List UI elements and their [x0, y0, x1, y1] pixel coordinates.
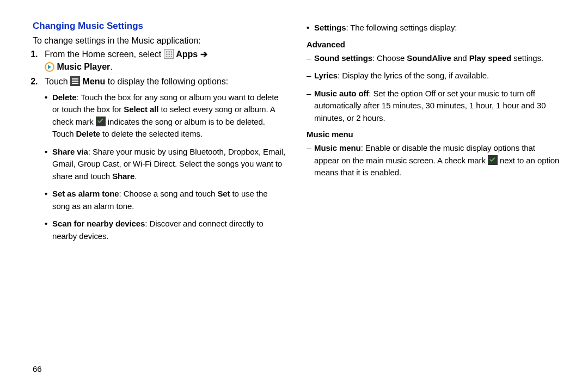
settings-bullet: Settings: The following settings display… [307, 22, 561, 34]
music-menu-heading: Music menu [307, 130, 561, 139]
delete-t4: to delete the selected items. [100, 129, 203, 138]
advanced-heading: Advanced [307, 40, 561, 49]
apps-icon [164, 49, 174, 59]
scan-label: Scan for nearby devices [52, 219, 145, 228]
settings-line: Settings: The following settings display… [307, 22, 561, 34]
apps-label: Apps [176, 50, 200, 59]
lyrics-t1: : Display the lyrics of the song, if ava… [338, 71, 489, 80]
option-delete: Delete: Touch the box for any song or al… [45, 91, 287, 140]
share-via-label: Share via [52, 147, 88, 156]
music-auto-off-label: Music auto off [314, 89, 369, 98]
sound-t2: and [451, 53, 469, 63]
step-2: Touch Menu to display the following opti… [40, 75, 287, 242]
music-menu-list: Music menu: Enable or disable the music … [307, 142, 561, 179]
step1-pre: From the Home screen, select [45, 50, 164, 59]
share-t2: . [134, 171, 137, 181]
lyrics-label: Lyrics [314, 71, 338, 80]
advanced-list: Sound settings: Choose SoundAlive and Pl… [307, 52, 561, 125]
delete-label: Delete [52, 93, 76, 102]
page: Changing Music Settings To change settin… [0, 0, 588, 392]
step2-pre: Touch [45, 77, 70, 86]
section-title: Changing Music Settings [33, 21, 287, 32]
settings-text: : The following settings display: [346, 23, 457, 32]
select-all-label: Select all [124, 105, 158, 114]
lyrics-item: Lyrics: Display the lyrics of the song, … [307, 70, 561, 82]
delete-action-label: Delete [76, 129, 100, 138]
settings-label: Settings [314, 23, 346, 32]
step-1: From the Home screen, select Apps ➔ Musi… [40, 48, 287, 73]
music-player-label: Music Player [57, 62, 110, 71]
music-auto-off-item: Music auto off: Set the option Off or se… [307, 88, 561, 125]
option-set-as-alarm-tone: Set as alarm tone: Choose a song and tou… [45, 188, 287, 212]
play-speed-label: Play speed [469, 53, 511, 63]
alarm-label: Set as alarm tone [52, 189, 119, 198]
alarm-t1: : Choose a song and touch [119, 189, 218, 198]
option-scan-nearby: Scan for nearby devices: Discover and co… [45, 218, 287, 242]
soundalive-label: SoundAlive [407, 53, 451, 63]
set-action-label: Set [217, 189, 230, 198]
arrow-icon: ➔ [200, 50, 207, 59]
music-menu-item: Music menu: Enable or disable the music … [307, 142, 561, 179]
share-action-label: Share [112, 171, 134, 181]
intro-text: To change settings in the Music applicat… [33, 36, 287, 46]
checkmark-icon [96, 117, 106, 126]
menu-label: Menu [83, 77, 106, 86]
step2-post: to display the following options: [108, 77, 228, 86]
music-player-icon [45, 62, 54, 72]
sound-settings-label: Sound settings [314, 53, 372, 63]
menu-icon [70, 76, 80, 86]
sound-t3: settings. [511, 53, 543, 63]
options-list: Delete: Touch the box for any song or al… [45, 91, 287, 243]
sound-t1: : Choose [372, 53, 407, 63]
left-column: Changing Music Settings To change settin… [33, 21, 287, 392]
page-number: 66 [33, 364, 42, 373]
steps-list: From the Home screen, select Apps ➔ Musi… [40, 48, 287, 242]
checkmark-icon [488, 155, 498, 165]
step1-post: . [110, 62, 112, 71]
music-menu-label: Music menu [314, 143, 361, 152]
sound-settings-item: Sound settings: Choose SoundAlive and Pl… [307, 52, 561, 65]
right-column: Settings: The following settings display… [307, 21, 561, 392]
option-share-via: Share via: Share your music by using Blu… [45, 146, 287, 183]
